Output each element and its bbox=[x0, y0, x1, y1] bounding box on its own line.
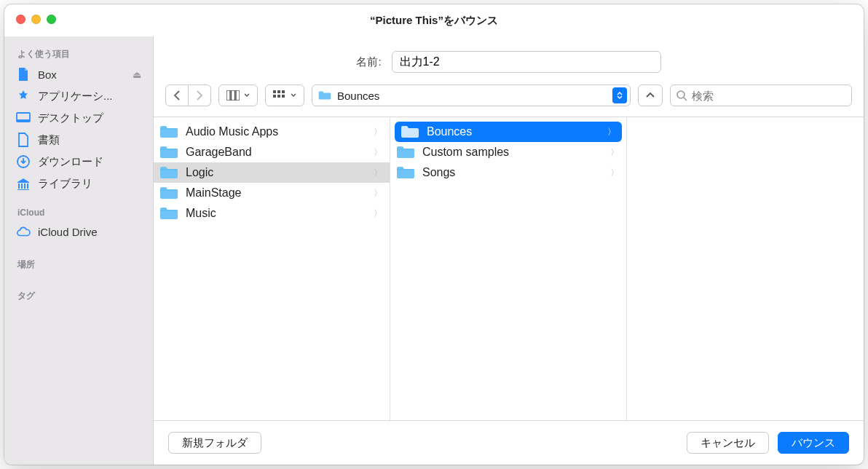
column-2: Bounces〉Custom samples〉Songs〉 bbox=[390, 117, 627, 420]
cancel-button[interactable]: キャンセル bbox=[687, 432, 769, 454]
sidebar-item-library[interactable]: ライブラリ bbox=[4, 173, 153, 194]
window-controls bbox=[16, 15, 56, 24]
folder-label: GarageBand bbox=[186, 146, 366, 159]
chevron-right-icon: 〉 bbox=[610, 146, 619, 159]
folder-row[interactable]: Logic〉 bbox=[154, 162, 390, 183]
column-browser: Audio Music Apps〉GarageBand〉Logic〉MainSt… bbox=[154, 117, 864, 421]
library-icon bbox=[16, 176, 31, 191]
folder-row[interactable]: Audio Music Apps〉 bbox=[154, 122, 390, 142]
chevron-down-icon bbox=[291, 93, 296, 98]
close-window-button[interactable] bbox=[16, 15, 25, 24]
sidebar-item-desktop[interactable]: デスクトップ bbox=[4, 107, 153, 129]
sidebar-item-downloads[interactable]: ダウンロード bbox=[4, 151, 153, 173]
minimize-window-button[interactable] bbox=[31, 15, 41, 24]
folder-row[interactable]: GarageBand〉 bbox=[154, 142, 390, 162]
chevron-right-icon: 〉 bbox=[374, 208, 382, 220]
desktop-icon bbox=[16, 111, 31, 125]
filename-input[interactable] bbox=[392, 51, 661, 73]
svg-rect-6 bbox=[273, 90, 276, 93]
document-icon bbox=[16, 67, 31, 82]
sidebar-item-label: アプリケーシ... bbox=[38, 90, 141, 103]
sidebar-section-header: タグ bbox=[4, 284, 153, 305]
folder-label: MainStage bbox=[186, 186, 366, 200]
chevron-right-icon: 〉 bbox=[374, 167, 382, 179]
svg-rect-9 bbox=[273, 95, 276, 98]
chevron-up-icon bbox=[646, 92, 655, 99]
sidebar-section-header: iCloud bbox=[4, 202, 153, 221]
chevron-right-icon bbox=[196, 90, 203, 100]
svg-point-12 bbox=[677, 91, 684, 98]
chevron-right-icon: 〉 bbox=[374, 187, 382, 200]
folder-label: Audio Music Apps bbox=[186, 125, 366, 138]
folder-row[interactable]: Custom samples〉 bbox=[390, 142, 626, 162]
search-field[interactable] bbox=[670, 84, 852, 106]
document-icon bbox=[16, 133, 31, 147]
folder-label: Songs bbox=[422, 166, 603, 179]
footer: 新規フォルダ キャンセル バウンス bbox=[154, 421, 864, 465]
sidebar: よく使う項目 Box ⏏ アプリケーシ... デスクトップ bbox=[4, 36, 154, 465]
main-panel: 名前: bbox=[154, 36, 864, 465]
sidebar-section-header: 場所 bbox=[4, 253, 153, 274]
view-columns-button[interactable] bbox=[218, 84, 258, 106]
applications-icon bbox=[16, 89, 31, 103]
folder-icon bbox=[318, 90, 331, 100]
collapse-button[interactable] bbox=[638, 84, 663, 106]
toolbar: Bounces bbox=[154, 84, 864, 117]
location-popup[interactable]: Bounces bbox=[312, 84, 631, 106]
sidebar-item-box[interactable]: Box ⏏ bbox=[4, 63, 153, 85]
sidebar-item-label: ライブラリ bbox=[38, 177, 141, 191]
sidebar-section-header: よく使う項目 bbox=[4, 42, 153, 63]
sidebar-item-label: ダウンロード bbox=[38, 155, 141, 169]
sidebar-item-label: Box bbox=[38, 68, 125, 81]
chevron-down-icon bbox=[244, 93, 250, 98]
svg-rect-4 bbox=[232, 90, 235, 100]
folder-row[interactable]: MainStage〉 bbox=[154, 183, 390, 203]
sidebar-item-label: デスクトップ bbox=[38, 111, 141, 125]
folder-label: Bounces bbox=[427, 125, 600, 138]
cloud-icon bbox=[16, 224, 31, 239]
bounce-button[interactable]: バウンス bbox=[778, 432, 849, 454]
group-by-button[interactable] bbox=[265, 84, 304, 106]
svg-rect-8 bbox=[282, 90, 285, 93]
folder-label: Music bbox=[186, 207, 366, 220]
sidebar-item-label: iCloud Drive bbox=[38, 226, 141, 238]
sidebar-item-documents[interactable]: 書類 bbox=[4, 129, 153, 151]
titlebar: “Picture This”をバウンス bbox=[4, 4, 864, 36]
svg-rect-7 bbox=[277, 90, 280, 93]
eject-icon[interactable]: ⏏ bbox=[133, 69, 141, 80]
sidebar-item-applications[interactable]: アプリケーシ... bbox=[4, 85, 153, 107]
location-label: Bounces bbox=[337, 90, 607, 102]
forward-button[interactable] bbox=[189, 84, 211, 106]
column-1: Audio Music Apps〉GarageBand〉Logic〉MainSt… bbox=[154, 117, 390, 420]
folder-row[interactable]: Songs〉 bbox=[390, 162, 626, 183]
folder-label: Custom samples bbox=[422, 146, 603, 159]
zoom-window-button[interactable] bbox=[47, 15, 56, 24]
svg-rect-11 bbox=[282, 95, 285, 98]
svg-rect-1 bbox=[17, 119, 30, 122]
svg-rect-5 bbox=[236, 90, 240, 100]
svg-rect-3 bbox=[226, 90, 230, 100]
sidebar-item-icloud-drive[interactable]: iCloud Drive bbox=[4, 221, 153, 243]
chevron-right-icon: 〉 bbox=[607, 126, 616, 138]
folder-row[interactable]: Music〉 bbox=[154, 203, 390, 224]
sidebar-item-label: 書類 bbox=[38, 133, 141, 147]
name-row: 名前: bbox=[154, 36, 864, 84]
columns-icon bbox=[226, 90, 240, 100]
chevron-right-icon: 〉 bbox=[374, 146, 382, 159]
group-icon bbox=[273, 90, 286, 100]
search-input[interactable] bbox=[692, 90, 845, 102]
svg-rect-10 bbox=[277, 95, 280, 98]
download-icon bbox=[16, 154, 31, 169]
folder-label: Logic bbox=[186, 166, 366, 179]
save-dialog-window: “Picture This”をバウンス よく使う項目 Box ⏏ アプリケーシ.… bbox=[4, 4, 864, 465]
back-button[interactable] bbox=[165, 84, 189, 106]
chevron-right-icon: 〉 bbox=[610, 167, 619, 179]
updown-icon bbox=[612, 87, 627, 103]
new-folder-button[interactable]: 新規フォルダ bbox=[168, 432, 261, 454]
column-3 bbox=[627, 117, 864, 420]
folder-row[interactable]: Bounces〉 bbox=[395, 122, 622, 142]
name-label: 名前: bbox=[356, 55, 381, 69]
nav-buttons bbox=[165, 84, 211, 106]
search-icon bbox=[676, 90, 687, 101]
chevron-right-icon: 〉 bbox=[374, 126, 382, 138]
